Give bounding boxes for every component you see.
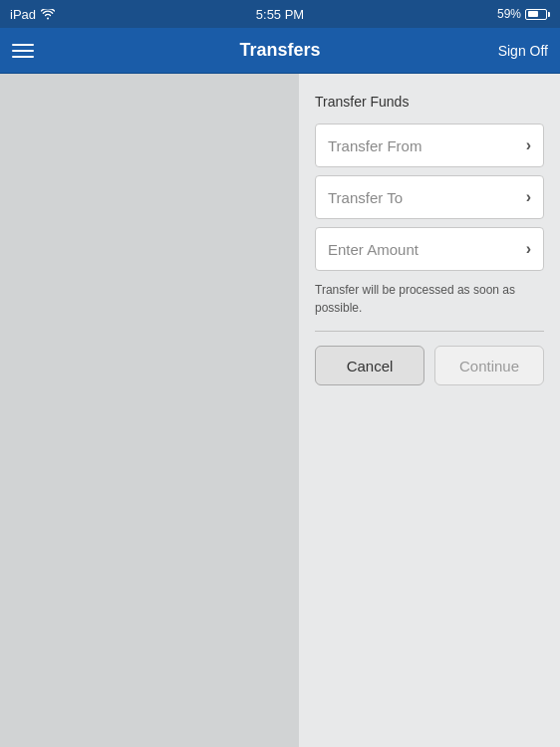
transfer-from-chevron: › — [526, 136, 531, 154]
battery-percent: 59% — [497, 7, 521, 21]
transfer-from-label: Transfer From — [328, 137, 421, 154]
cancel-button[interactable]: Cancel — [315, 346, 424, 385]
divider — [315, 331, 544, 332]
continue-button[interactable]: Continue — [434, 346, 544, 385]
info-text: Transfer will be processed as soon as po… — [315, 281, 544, 317]
battery-icon — [525, 9, 550, 20]
wifi-icon — [41, 9, 55, 20]
right-panel: Transfer Funds Transfer From › Transfer … — [299, 74, 560, 747]
status-bar-left: iPad — [10, 7, 55, 22]
transfer-to-row[interactable]: Transfer To › — [315, 175, 544, 219]
transfer-to-chevron: › — [526, 188, 531, 206]
button-row: Cancel Continue — [315, 346, 544, 385]
sign-off-button[interactable]: Sign Off — [498, 43, 548, 59]
enter-amount-chevron: › — [526, 240, 531, 258]
enter-amount-row[interactable]: Enter Amount › — [315, 227, 544, 271]
transfer-to-label: Transfer To — [328, 189, 403, 206]
status-bar-time: 5:55 PM — [256, 7, 304, 22]
page-title: Transfers — [239, 40, 320, 61]
status-bar: iPad 5:55 PM 59% — [0, 0, 560, 28]
left-panel — [0, 74, 299, 747]
transfer-from-row[interactable]: Transfer From › — [315, 124, 544, 167]
nav-bar: Transfers Sign Off — [0, 28, 560, 74]
section-title: Transfer Funds — [315, 94, 544, 110]
sign-off-area[interactable]: Sign Off — [498, 42, 548, 60]
device-label: iPad — [10, 7, 36, 22]
main-content: Transfer Funds Transfer From › Transfer … — [0, 74, 560, 747]
hamburger-icon[interactable] — [12, 44, 34, 58]
hamburger-menu[interactable] — [12, 44, 34, 58]
enter-amount-label: Enter Amount — [328, 241, 419, 258]
status-bar-right: 59% — [497, 7, 550, 21]
